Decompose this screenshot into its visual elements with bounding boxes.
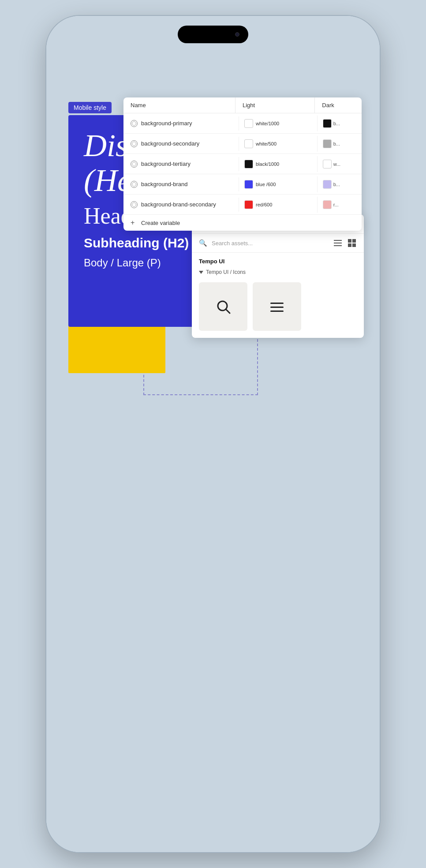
swatch-white-1 — [244, 119, 253, 128]
dark-label-3: w... — [333, 161, 341, 167]
row-dark-1: b... — [318, 116, 362, 131]
row-name-3: background-tertiary — [123, 157, 239, 171]
dark-label-1: b... — [333, 121, 340, 126]
mobile-style-label: Mobile style — [68, 102, 112, 113]
dark-label-4: b... — [333, 182, 340, 187]
svg-rect-2 — [334, 245, 342, 246]
row-light-1[interactable]: white/1000 — [239, 116, 318, 131]
dark-label-5: r... — [333, 202, 339, 207]
variable-row-background-primary[interactable]: background-primary white/1000 b... — [123, 113, 362, 134]
row-dark-4: b... — [318, 176, 362, 192]
swatch-black-3 — [244, 160, 253, 168]
swatch-white-3 — [323, 160, 332, 168]
swatch-label-3: black/1000 — [256, 161, 279, 167]
menu-icon-tile — [269, 299, 285, 314]
svg-rect-1 — [334, 243, 342, 243]
list-view-button[interactable] — [333, 238, 343, 248]
row-light-5[interactable]: red/600 — [239, 197, 318, 213]
variable-icon-4 — [131, 181, 138, 188]
variable-row-background-tertiary[interactable]: background-tertiary black/1000 w... — [123, 154, 362, 174]
variables-panel[interactable]: Name Light Dark background-primary white… — [123, 97, 362, 231]
expand-icon — [199, 271, 203, 274]
swatch-label-2: white/500 — [256, 141, 277, 146]
search-icon-sm: 🔍 — [199, 239, 207, 247]
row-light-2[interactable]: white/500 — [239, 136, 318, 152]
create-variable-row[interactable]: + Create variable — [123, 215, 362, 231]
row-name-2: background-secondary — [123, 137, 239, 151]
row-dark-2: b... — [318, 136, 362, 152]
swatch-black-1 — [323, 119, 332, 128]
svg-line-8 — [226, 310, 230, 313]
assets-panel[interactable]: 🔍 Layers Assets Library 🔍 Search assets.… — [192, 214, 364, 338]
variable-icon-2 — [131, 140, 138, 147]
search-icon-tile — [215, 299, 231, 314]
svg-rect-4 — [352, 239, 356, 243]
variable-icon-1 — [131, 120, 138, 127]
phone-frame: Mobile style Display (Heading) Heading (… — [45, 15, 381, 853]
variable-icon-3 — [131, 161, 138, 168]
svg-rect-5 — [348, 243, 351, 247]
row-name-5: background-brand-secondary — [123, 198, 239, 212]
assets-sub-section[interactable]: Tempo UI / Icons — [192, 267, 364, 279]
phone-content: Mobile style Display (Heading) Heading (… — [46, 16, 380, 852]
swatch-label-5: red/600 — [256, 202, 272, 207]
icon-tile-menu[interactable] — [253, 282, 301, 331]
variable-row-background-brand-secondary[interactable]: background-brand-secondary red/600 r... — [123, 195, 362, 215]
swatch-purple-4 — [323, 180, 332, 189]
swatch-pink-5 — [323, 200, 332, 209]
row-name-4: background-brand — [123, 177, 239, 191]
grid-view-button[interactable] — [347, 238, 357, 248]
swatch-label-1: white/1000 — [256, 121, 279, 126]
row-light-4[interactable]: blue /600 — [239, 176, 318, 192]
sub-section-label: Tempo UI / Icons — [206, 269, 246, 275]
col-name-header: Name — [123, 97, 235, 113]
search-input[interactable]: Search assets... — [212, 240, 329, 247]
swatch-blue-4 — [244, 180, 253, 189]
variable-row-background-secondary[interactable]: background-secondary white/500 b... — [123, 134, 362, 154]
swatch-red-5 — [244, 200, 253, 209]
camera-dot — [235, 32, 239, 37]
col-light-header: Light — [235, 97, 315, 113]
swatch-white-2 — [244, 139, 253, 148]
icons-grid — [192, 279, 364, 338]
assets-section-title: Tempo UI — [192, 253, 364, 267]
svg-rect-6 — [352, 243, 356, 247]
row-dark-3: w... — [318, 156, 362, 172]
row-name-1: background-primary — [123, 116, 239, 131]
variable-row-background-brand[interactable]: background-brand blue /600 b... — [123, 174, 362, 195]
svg-rect-3 — [348, 239, 351, 243]
dynamic-island — [178, 26, 248, 43]
search-row: 🔍 Search assets... — [192, 234, 364, 253]
svg-rect-0 — [334, 240, 342, 241]
icon-tile-search[interactable] — [199, 282, 247, 331]
swatch-gray-2 — [323, 139, 332, 148]
col-dark-header: Dark — [315, 97, 362, 113]
create-variable-label[interactable]: Create variable — [141, 220, 180, 226]
row-light-3[interactable]: black/1000 — [239, 156, 318, 172]
dark-label-2: b... — [333, 141, 340, 146]
variable-icon-5 — [131, 201, 138, 208]
swatch-label-4: blue /600 — [256, 182, 276, 187]
plus-icon: + — [131, 219, 138, 226]
panel-header: Name Light Dark — [123, 97, 362, 113]
row-dark-5: r... — [318, 197, 362, 213]
